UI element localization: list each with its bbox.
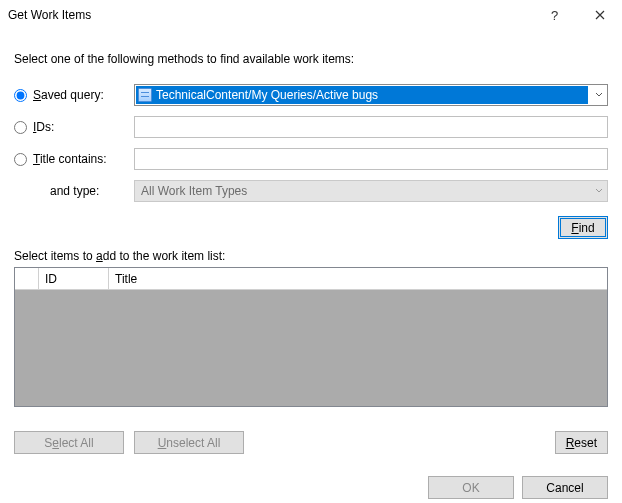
close-icon	[595, 10, 605, 20]
results-grid[interactable]: ID Title	[14, 267, 608, 407]
grid-header: ID Title	[15, 268, 607, 290]
method-ids-row: IDs:	[14, 116, 608, 138]
find-row: Find	[14, 216, 608, 239]
ids-input[interactable]	[134, 116, 608, 138]
ids-radio-label[interactable]: IDs:	[14, 120, 134, 134]
unselect-all-button: Unselect All	[134, 431, 244, 454]
and-type-value: All Work Item Types	[141, 184, 247, 198]
titlebar-buttons: ?	[532, 0, 622, 30]
dialog-buttons-row: OK Cancel	[14, 476, 608, 499]
titlebar: Get Work Items ?	[0, 0, 622, 30]
saved-query-selection: TechnicalContent/My Queries/Active bugs	[136, 86, 588, 104]
window-title: Get Work Items	[8, 8, 532, 22]
method-saved-query-row: Saved query: TechnicalContent/My Queries…	[14, 84, 608, 106]
chevron-down-icon	[595, 187, 603, 195]
saved-query-radio-label[interactable]: Saved query:	[14, 88, 134, 102]
ids-radio[interactable]	[14, 121, 27, 134]
find-button[interactable]: Find	[558, 216, 608, 239]
query-icon	[138, 88, 152, 102]
ok-button: OK	[428, 476, 514, 499]
title-contains-radio[interactable]	[14, 153, 27, 166]
help-button[interactable]: ?	[532, 0, 577, 30]
title-contains-label: Title contains:	[33, 152, 107, 166]
select-instruction: Select items to add to the work item lis…	[14, 249, 608, 263]
close-button[interactable]	[577, 0, 622, 30]
grid-col-select[interactable]	[15, 268, 39, 289]
select-all-button: Select All	[14, 431, 124, 454]
and-type-label: and type:	[14, 184, 134, 198]
and-type-dropdown-button	[595, 181, 603, 201]
title-contains-radio-label[interactable]: Title contains:	[14, 152, 134, 166]
saved-query-value: TechnicalContent/My Queries/Active bugs	[156, 88, 378, 102]
ids-label: IDs:	[33, 120, 54, 134]
grid-col-id[interactable]: ID	[39, 268, 109, 289]
method-title-contains-row: Title contains:	[14, 148, 608, 170]
saved-query-combo[interactable]: TechnicalContent/My Queries/Active bugs	[134, 84, 608, 106]
reset-button[interactable]: Reset	[555, 431, 608, 454]
instruction-text: Select one of the following methods to f…	[14, 52, 608, 66]
chevron-down-icon	[595, 91, 603, 99]
selection-buttons-row: Select All Unselect All Reset	[14, 431, 608, 454]
saved-query-label: Saved query:	[33, 88, 104, 102]
dialog-content: Select one of the following methods to f…	[0, 30, 622, 503]
grid-body	[15, 290, 607, 406]
grid-col-title[interactable]: Title	[109, 268, 607, 289]
and-type-row: and type: All Work Item Types	[14, 180, 608, 202]
cancel-button[interactable]: Cancel	[522, 476, 608, 499]
saved-query-dropdown-button[interactable]	[589, 85, 607, 105]
and-type-combo: All Work Item Types	[134, 180, 608, 202]
title-contains-input[interactable]	[134, 148, 608, 170]
saved-query-radio[interactable]	[14, 89, 27, 102]
